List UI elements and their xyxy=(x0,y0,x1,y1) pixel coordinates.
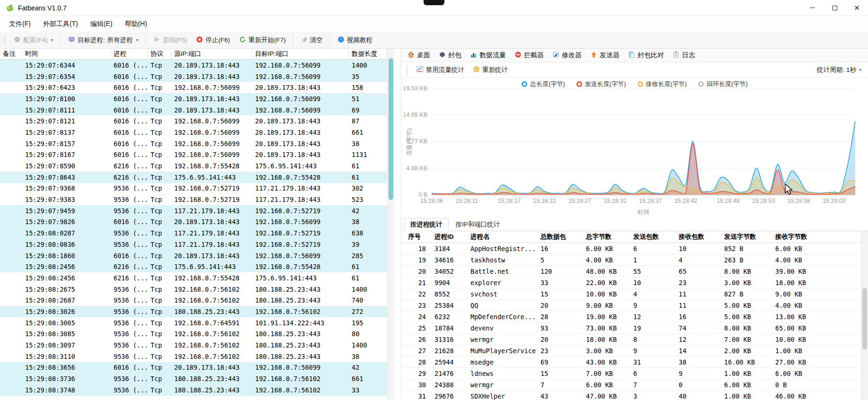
process-column-header[interactable]: 接收包数 xyxy=(676,232,721,242)
legend-item[interactable]: 总长度(字节) xyxy=(522,80,565,88)
process-cell-packets: 15 xyxy=(538,370,583,377)
start-button[interactable]: 启动(F5) xyxy=(150,35,191,46)
packet-row[interactable]: 15:29:08:30659536 (...Tcp192.168.0.7:645… xyxy=(0,317,387,329)
tab-by-process[interactable]: 按进程统计 xyxy=(404,218,449,231)
packet-row[interactable]: 15:29:08:26759536 (...Tcp192.168.0.7:561… xyxy=(0,284,387,295)
panel-splitter[interactable] xyxy=(394,49,401,400)
process-row[interactable]: 2921476ldnews157.00 KB691.00 KB6.00 KB xyxy=(401,368,860,379)
process-row[interactable]: 219904explorer3322.00 KB10233.00 KB18.00… xyxy=(401,277,860,288)
packet-row[interactable]: 15:29:07:64236016 (...Tcp192.168.0.7:560… xyxy=(0,82,387,93)
process-column-header[interactable]: 发送字节数 xyxy=(721,232,772,242)
packet-row[interactable]: 15:29:08:24566216 (...Tcp175.6.95.141:44… xyxy=(0,261,387,272)
packet-row[interactable]: 15:29:08:31109536 (...Tcp192.168.0.7:561… xyxy=(0,351,387,362)
restart-button[interactable]: 重新开始(F7) xyxy=(236,35,289,46)
packet-row[interactable]: 15:29:07:93839536 (...Tcp192.168.0.7:527… xyxy=(0,194,387,205)
process-row[interactable]: 3024388wermgr76.00 KB706.00 KB0 B xyxy=(401,379,860,391)
process-row[interactable]: 246232MpDefenderCore...2819.00 KB12165.0… xyxy=(401,311,860,322)
packet-cell-process: 6016 (... xyxy=(111,73,148,80)
process-row[interactable]: 3129676SDXHelper4347.00 KB3401.00 KB46.0… xyxy=(401,391,860,400)
packet-column-header[interactable]: 备注 xyxy=(0,49,22,59)
view-tab-数据流量[interactable]: 数据流量 xyxy=(466,49,510,62)
packet-row[interactable]: 15:29:08:02879536 (...Tcp117.21.179.18:4… xyxy=(0,227,387,239)
maximize-button[interactable] xyxy=(824,0,846,16)
process-column-header[interactable]: 总字节数 xyxy=(583,232,630,242)
packet-row[interactable]: 15:29:07:63546016 (...Tcp20.189.173.18:4… xyxy=(0,71,387,82)
process-column-header[interactable]: 序号 xyxy=(405,232,432,242)
menu-item[interactable]: 编辑(E) xyxy=(84,18,119,30)
process-row[interactable]: 2325384QQ209.00 KB9115.00 KB4.00 KB xyxy=(401,300,860,311)
packet-row[interactable]: 15:29:07:81006016 (...Tcp20.189.173.18:4… xyxy=(0,93,387,104)
packet-row[interactable]: 15:29:08:08369536 (...Tcp117.21.179.18:4… xyxy=(0,239,387,250)
packet-row[interactable]: 15:29:08:37489536 (...Tcp180.188.25.23:4… xyxy=(0,384,387,396)
view-tab-修改器[interactable]: 修改器 xyxy=(548,49,586,62)
packet-row[interactable]: 15:29:08:26879536 (...Tcp192.168.0.7:561… xyxy=(0,295,387,306)
view-tab-发送器[interactable]: 发送器 xyxy=(586,49,624,62)
process-column-header[interactable]: 进程名 xyxy=(468,232,538,242)
legend-item[interactable]: 回环长度(字节) xyxy=(698,80,748,88)
packet-row[interactable]: 15:29:07:86436216 (...Tcp175.6.95.141:44… xyxy=(0,172,387,183)
process-column-header[interactable]: 总数据包 xyxy=(538,232,583,242)
packet-column-header[interactable]: 源IP:端口 xyxy=(171,49,252,59)
process-row[interactable]: 2631316wermgr2018.00 KB8127.00 KB10.00 K… xyxy=(401,334,860,345)
disable-stats-button[interactable]: 禁用流量统计 xyxy=(413,64,467,76)
packet-row[interactable]: 15:29:08:30979536 (...Tcp192.168.0.7:561… xyxy=(0,339,387,351)
packet-row[interactable]: 15:29:07:81576016 (...Tcp192.168.0.7:560… xyxy=(0,138,387,149)
packet-row[interactable]: 15:29:07:81216016 (...Tcp192.168.0.7:560… xyxy=(0,115,387,127)
config-dropdown-caret[interactable]: ▾ xyxy=(51,37,53,43)
packet-row[interactable]: 15:29:07:98266016 (...Tcp20.189.173.18:4… xyxy=(0,217,387,228)
menu-item[interactable]: 外部工具(T) xyxy=(37,18,84,30)
menu-item[interactable]: 帮助(H) xyxy=(118,18,153,30)
minimize-button[interactable] xyxy=(801,0,824,16)
process-column-header[interactable]: 接收字节数 xyxy=(772,232,868,242)
config-button[interactable]: 配置(F4) ▾ xyxy=(10,35,57,46)
process-row[interactable]: 183184AppHostRegistr...166.00 KB610852 B… xyxy=(401,243,860,254)
stat-period-select[interactable]: 统计周期: 1秒 ▾ xyxy=(817,66,864,74)
tutorial-button[interactable]: ? 视频教程 xyxy=(334,35,376,46)
packet-row[interactable]: 15:29:07:85906216 (...Tcp192.168.0.7:554… xyxy=(0,160,387,172)
packet-row[interactable]: 15:29:08:30269536 (...Tcp180.188.25.23:4… xyxy=(0,306,387,317)
process-row[interactable]: 228552svchost1510.00 KB411827 B9.00 KB xyxy=(401,288,860,300)
packet-column-header[interactable]: 进程 xyxy=(111,49,148,59)
tab-by-ip-port[interactable]: 按IP和端口统计 xyxy=(450,218,506,231)
process-row[interactable]: 2721628MuMuPlayerService233.00 KB9142.00… xyxy=(401,345,860,357)
packet-row[interactable]: 15:29:07:93689536 (...Tcp192.168.0.7:527… xyxy=(0,183,387,194)
packet-row[interactable]: 15:29:08:37369536 (...Tcp180.188.25.23:4… xyxy=(0,373,387,384)
process-column-header[interactable]: 发送包数 xyxy=(630,232,676,242)
clear-button[interactable]: 清空 xyxy=(297,35,326,46)
packet-scrollbar-thumb[interactable] xyxy=(389,58,393,200)
packet-column-header[interactable]: 数据长度 xyxy=(349,49,387,59)
stop-button[interactable]: 停止(F6) xyxy=(193,35,233,46)
process-scrollbar-thumb[interactable] xyxy=(862,288,867,349)
packet-scrollbar[interactable] xyxy=(387,49,394,400)
packet-row[interactable]: 15:29:07:63446016 (...Tcp20.189.173.18:4… xyxy=(0,60,387,71)
view-tab-日志[interactable]: 日志 xyxy=(668,49,700,62)
view-tab-拦截器[interactable]: 拦截器 xyxy=(510,49,548,62)
packet-row[interactable]: 15:29:07:94599536 (...Tcp117.21.179.18:4… xyxy=(0,205,387,217)
view-tab-封包比对[interactable]: 封包比对 xyxy=(624,49,668,62)
packet-row[interactable]: 15:29:07:81676016 (...Tcp192.168.0.7:560… xyxy=(0,149,387,161)
view-tab-封包[interactable]: 封包 xyxy=(434,49,466,62)
process-row[interactable]: 1934616taskhostw54.00 KB14263 B4.00 KB xyxy=(401,254,860,266)
process-row[interactable]: 2825944msedge6943.00 KB313816.00 KB27.00… xyxy=(401,357,860,368)
target-process-caret: ▾ xyxy=(136,37,139,43)
packet-row[interactable]: 15:29:08:24566216 (...Tcp192.168.0.7:554… xyxy=(0,272,387,284)
legend-item[interactable]: 接收长度(字节) xyxy=(638,80,687,88)
restat-button[interactable]: 重新统计 xyxy=(470,64,511,76)
target-process-select[interactable]: 目标进程: 所有进程 ▾ xyxy=(65,35,142,46)
packet-row[interactable]: 15:29:08:30859536 (...Tcp192.168.0.7:561… xyxy=(0,329,387,340)
view-tab-桌面[interactable]: 桌面 xyxy=(403,49,434,62)
menu-item[interactable]: 文件(F) xyxy=(3,18,37,30)
close-button[interactable]: ✕ xyxy=(846,0,868,16)
packet-row[interactable]: 15:29:07:81116016 (...Tcp20.189.173.18:4… xyxy=(0,104,387,116)
packet-column-header[interactable]: 目标IP:端口 xyxy=(252,49,349,59)
packet-row[interactable]: 15:29:08:18606016 (...Tcp20.189.173.18:4… xyxy=(0,250,387,261)
legend-item[interactable]: 发送长度(字节) xyxy=(576,80,626,88)
process-column-header[interactable]: 进程ID xyxy=(432,232,468,242)
packet-column-header[interactable]: 协议 xyxy=(148,49,171,59)
process-row[interactable]: 2518784devenv9373.00 KB19748.00 KB65.00 … xyxy=(401,322,860,334)
process-row[interactable]: 2034052Battle.net12048.00 KB55658.00 KB3… xyxy=(401,266,860,277)
process-scrollbar[interactable] xyxy=(861,231,868,400)
packet-column-header[interactable]: 时间 xyxy=(22,49,111,59)
packet-row[interactable]: 15:29:07:81376016 (...Tcp192.168.0.7:560… xyxy=(0,127,387,138)
packet-row[interactable]: 15:29:08:36566016 (...Tcp20.189.173.18:4… xyxy=(0,362,387,374)
